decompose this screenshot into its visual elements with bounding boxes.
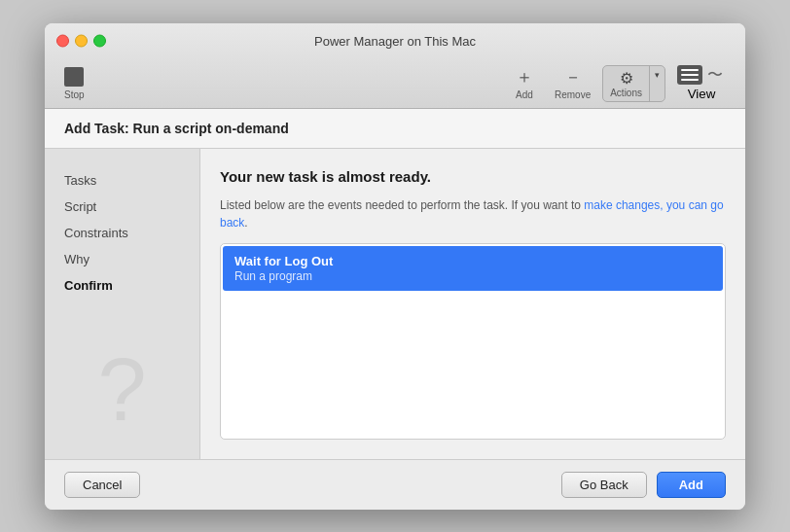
footer-right: Go Back Add: [561, 472, 726, 498]
main-heading: Your new task is almost ready.: [220, 168, 726, 185]
list-view-icon: [677, 65, 702, 85]
minus-icon: －: [562, 66, 584, 88]
remove-button[interactable]: － Remove: [547, 62, 598, 104]
event-subtitle-0: Run a program: [234, 269, 711, 283]
remove-label: Remove: [555, 89, 591, 100]
sidebar-nav: Tasks Script Constraints Why Confirm: [45, 168, 199, 298]
view-controls: 〜: [677, 65, 726, 85]
sidebar-item-why[interactable]: Why: [53, 247, 192, 271]
view-label: View: [688, 87, 716, 101]
sidebar-item-constraints[interactable]: Constraints: [53, 221, 192, 245]
actions-dropdown-button[interactable]: ▾: [650, 66, 664, 101]
sidebar: Tasks Script Constraints Why Confirm: [45, 149, 200, 459]
panel-body: Tasks Script Constraints Why Confirm: [45, 149, 745, 459]
minimize-button[interactable]: [75, 35, 88, 48]
close-button[interactable]: [56, 35, 69, 48]
sidebar-item-script[interactable]: Script: [53, 195, 192, 219]
content: Add Task: Run a script on-demand Tasks S…: [45, 109, 745, 510]
events-list: Wait for Log Out Run a program: [220, 243, 726, 440]
wave-icon: 〜: [704, 65, 726, 85]
maximize-button[interactable]: [93, 35, 106, 48]
gear-icon: ⚙: [620, 69, 633, 88]
actions-group: ⚙ Actions ▾: [602, 65, 665, 102]
actions-label: Actions: [610, 88, 642, 98]
stop-icon: [64, 67, 84, 87]
cancel-button[interactable]: Cancel: [64, 472, 140, 498]
go-back-button[interactable]: Go Back: [561, 472, 647, 498]
stop-label: Stop: [64, 89, 85, 100]
view-button[interactable]: 〜 View: [669, 61, 734, 105]
panel-header: Add Task: Run a script on-demand: [45, 109, 745, 149]
sidebar-item-confirm[interactable]: Confirm: [53, 273, 192, 298]
add-label: Add: [516, 89, 533, 100]
toolbar: Stop ＋ Add － Remove ⚙ Actions ▾: [45, 59, 745, 107]
main-panel: Your new task is almost ready. Listed be…: [200, 149, 745, 459]
traffic-lights: [56, 35, 106, 48]
sidebar-item-tasks[interactable]: Tasks: [53, 168, 192, 193]
window-title: Power Manager on This Mac: [314, 34, 476, 49]
add-button-footer[interactable]: Add: [657, 472, 726, 498]
plus-icon: ＋: [514, 66, 535, 88]
titlebar: Power Manager on This Mac Stop ＋ Add － R…: [45, 23, 745, 109]
event-item-0[interactable]: Wait for Log Out Run a program: [223, 246, 723, 291]
panel-header-text: Add Task: Run a script on-demand: [64, 121, 289, 136]
add-button[interactable]: ＋ Add: [506, 62, 543, 104]
actions-button[interactable]: ⚙ Actions: [603, 66, 650, 101]
watermark: ?: [64, 333, 181, 449]
main-window: Power Manager on This Mac Stop ＋ Add － R…: [45, 23, 745, 510]
main-description: Listed below are the events needed to pe…: [220, 196, 726, 231]
event-title-0: Wait for Log Out: [234, 254, 711, 268]
footer: Cancel Go Back Add: [45, 459, 745, 510]
stop-button[interactable]: Stop: [56, 63, 92, 104]
chevron-down-icon: ▾: [655, 70, 660, 80]
titlebar-top: Power Manager on This Mac: [45, 23, 745, 60]
